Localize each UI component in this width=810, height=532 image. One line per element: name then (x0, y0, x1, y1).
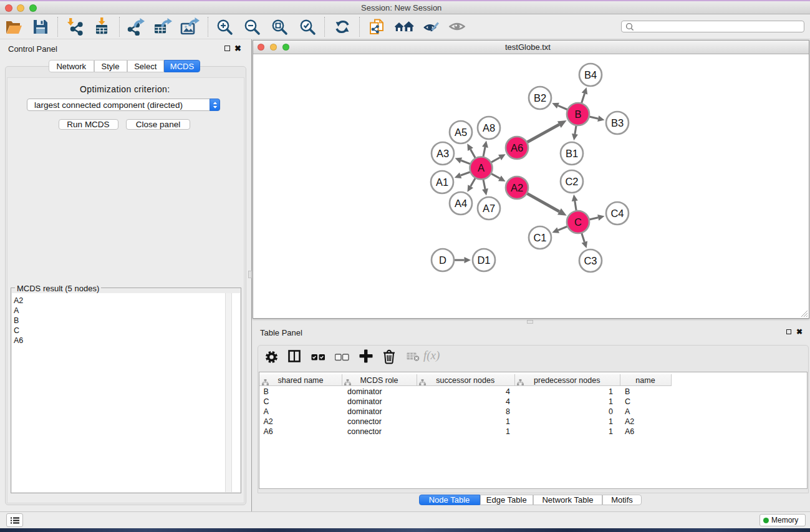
svg-text:A6: A6 (511, 142, 523, 153)
svg-text:C4: C4 (610, 208, 624, 219)
svg-text:B3: B3 (611, 117, 624, 128)
svg-text:C1: C1 (533, 232, 546, 243)
svg-text:B1: B1 (566, 148, 578, 159)
svg-text:C3: C3 (584, 255, 597, 266)
svg-text:A: A (478, 162, 485, 173)
svg-text:C2: C2 (565, 176, 578, 187)
svg-text:A8: A8 (483, 122, 495, 133)
svg-text:B4: B4 (584, 69, 597, 80)
svg-text:A4: A4 (455, 198, 467, 209)
svg-text:D1: D1 (477, 254, 490, 266)
svg-text:A7: A7 (483, 203, 495, 214)
svg-text:B2: B2 (534, 92, 546, 104)
svg-text:D: D (439, 254, 446, 266)
svg-text:A1: A1 (436, 177, 448, 188)
svg-text:A2: A2 (511, 182, 523, 193)
svg-text:A3: A3 (436, 148, 449, 159)
svg-text:B: B (574, 109, 581, 120)
svg-text:A5: A5 (455, 127, 467, 138)
svg-text:C: C (574, 216, 582, 228)
